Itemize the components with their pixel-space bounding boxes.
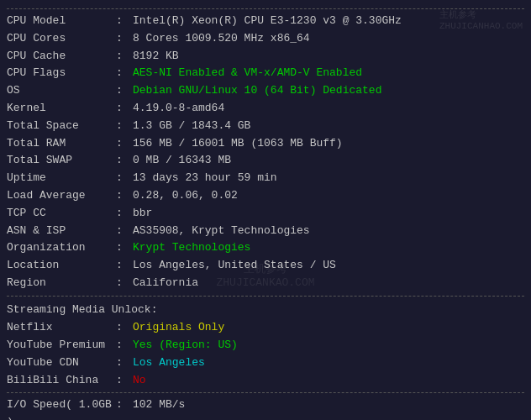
table-row: Total SWAP : 0 MB / 16343 MB [7, 152, 524, 170]
row-label: Load Average [7, 187, 116, 205]
row-label: CPU Cores [7, 30, 116, 48]
row-colon: : [116, 30, 133, 48]
row-value: AS35908, Krypt Technologies [133, 223, 524, 240]
row-value: Los Angeles, United States / US [133, 257, 524, 275]
row-colon: : [116, 187, 133, 205]
row-colon: : [116, 354, 133, 372]
row-value: Originals Only [133, 319, 524, 337]
row-label: YouTube Premium [7, 337, 116, 354]
row-value: AES-NI Enabled & VM-x/AMD-V Enabled [133, 65, 524, 82]
table-row: Organization : Krypt Technologies [7, 239, 524, 257]
row-value: 102 MB/s [133, 396, 524, 420]
row-colon: : [116, 223, 133, 240]
row-value: No [133, 372, 524, 390]
system-info-section: CPU Model : Intel(R) Xeon(R) CPU E3-1230… [7, 13, 524, 292]
row-value: 1.3 GB / 1843.4 GB [133, 118, 524, 135]
row-colon: : [116, 65, 133, 82]
divider-mid1 [7, 296, 524, 297]
row-value: California [133, 275, 524, 292]
table-row: YouTube CDN : Los Angeles [7, 354, 524, 372]
row-label: CPU Model [7, 13, 116, 30]
row-colon: : [116, 239, 133, 257]
row-colon: : [116, 82, 133, 100]
row-label: CPU Flags [7, 65, 116, 82]
io-section: I/O Speed( 1.0GB ) : 102 MB/sI/O Speed( … [7, 396, 524, 420]
row-label: CPU Cache [7, 48, 116, 66]
table-row: YouTube Premium : Yes (Region: US) [7, 337, 524, 354]
row-label: YouTube CDN [7, 354, 116, 372]
table-row: CPU Cores : 8 Cores 1009.520 MHz x86_64 [7, 30, 524, 48]
row-colon: : [116, 48, 133, 66]
streaming-section: Netflix : Originals OnlyYouTube Premium … [7, 319, 524, 389]
row-colon: : [116, 135, 133, 153]
row-value: 156 MB / 16001 MB (1063 MB Buff) [133, 135, 524, 153]
row-label: Total Space [7, 118, 116, 135]
row-value: 4.19.0-8-amd64 [133, 100, 524, 118]
row-label: Uptime [7, 170, 116, 187]
table-row: Total RAM : 156 MB / 16001 MB (1063 MB B… [7, 135, 524, 153]
row-colon: : [116, 13, 133, 30]
table-row: OS : Debian GNU/Linux 10 (64 Bit) Dedica… [7, 82, 524, 100]
row-colon: : [116, 118, 133, 135]
table-row: CPU Model : Intel(R) Xeon(R) CPU E3-1230… [7, 13, 524, 30]
row-colon: : [116, 396, 133, 420]
divider-mid2 [7, 392, 524, 393]
row-colon: : [116, 337, 133, 354]
row-value: Los Angeles [133, 354, 524, 372]
table-row: Total Space : 1.3 GB / 1843.4 GB [7, 118, 524, 135]
table-row: Location : Los Angeles, United States / … [7, 257, 524, 275]
row-label: TCP CC [7, 205, 116, 223]
table-row: Netflix : Originals Only [7, 319, 524, 337]
row-value: Debian GNU/Linux 10 (64 Bit) Dedicated [133, 82, 524, 100]
row-label: Total RAM [7, 135, 116, 153]
row-label: BiliBili China [7, 372, 116, 390]
row-value: 8 Cores 1009.520 MHz x86_64 [133, 30, 524, 48]
row-colon: : [116, 100, 133, 118]
table-row: CPU Flags : AES-NI Enabled & VM-x/AMD-V … [7, 65, 524, 82]
table-row: I/O Speed( 1.0GB ) : 102 MB/s [7, 396, 524, 420]
row-colon: : [116, 170, 133, 187]
row-value: Yes (Region: US) [133, 337, 524, 354]
table-row: Kernel : 4.19.0-8-amd64 [7, 100, 524, 118]
row-value: Intel(R) Xeon(R) CPU E3-1230 v3 @ 3.30GH… [133, 13, 524, 30]
row-colon: : [116, 319, 133, 337]
row-value: 13 days 23 hour 59 min [133, 170, 524, 187]
row-colon: : [116, 275, 133, 292]
row-label: Region [7, 275, 116, 292]
row-label: Kernel [7, 100, 116, 118]
row-label: Organization [7, 239, 116, 257]
row-value: bbr [133, 205, 524, 223]
table-row: CPU Cache : 8192 KB [7, 48, 524, 66]
row-label: Location [7, 257, 116, 275]
row-colon: : [116, 152, 133, 170]
table-row: BiliBili China : No [7, 372, 524, 390]
table-row: TCP CC : bbr [7, 205, 524, 223]
table-row: ASN & ISP : AS35908, Krypt Technologies [7, 223, 524, 240]
row-label: ASN & ISP [7, 223, 116, 240]
row-label: OS [7, 82, 116, 100]
row-label: I/O Speed( 1.0GB ) [7, 396, 116, 420]
row-value: 0 MB / 16343 MB [133, 152, 524, 170]
row-colon: : [116, 257, 133, 275]
table-row: Uptime : 13 days 23 hour 59 min [7, 170, 524, 187]
row-colon: : [116, 372, 133, 390]
streaming-title: Streaming Media Unlock: [7, 300, 524, 319]
row-colon: : [116, 205, 133, 223]
row-value: Krypt Technologies [133, 239, 524, 257]
table-row: Region : California [7, 275, 524, 292]
row-value: 8192 KB [133, 48, 524, 66]
row-label: Netflix [7, 319, 116, 337]
row-label: Total SWAP [7, 152, 116, 170]
row-value: 0.28, 0.06, 0.02 [133, 187, 524, 205]
table-row: Load Average : 0.28, 0.06, 0.02 [7, 187, 524, 205]
divider-top [7, 8, 524, 9]
